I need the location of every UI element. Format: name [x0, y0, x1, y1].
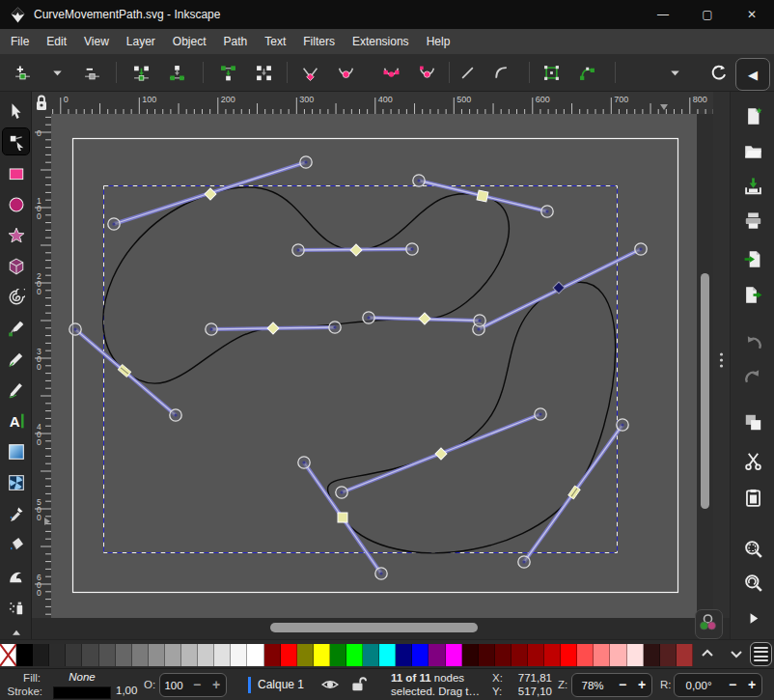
vertical-scrollbar-thumb[interactable]	[701, 273, 709, 509]
color-swatch[interactable]	[594, 644, 610, 666]
color-swatch[interactable]	[181, 644, 198, 666]
folder-open-button[interactable]	[742, 140, 763, 161]
handle-end[interactable]	[363, 312, 374, 323]
zoom-minus-button[interactable]: −	[613, 674, 632, 696]
handle-end[interactable]	[406, 243, 418, 255]
menu-edit[interactable]: Edit	[38, 29, 75, 54]
zoom-spinbox[interactable]: 78% − +	[571, 673, 652, 697]
node-insert-button[interactable]	[8, 58, 37, 87]
color-swatch[interactable]	[33, 644, 49, 666]
title-bar[interactable]: CurveMovementPath.svg - Inkscape —▢✕	[0, 0, 774, 29]
color-swatch[interactable]	[610, 644, 626, 666]
color-swatch[interactable]	[561, 644, 577, 666]
handle-end[interactable]	[300, 156, 312, 168]
handle-end[interactable]	[336, 487, 347, 498]
vertical-ruler[interactable]: 0100200300400500600	[32, 114, 51, 618]
tool-spiral[interactable]	[3, 284, 29, 310]
color-swatch[interactable]	[214, 644, 231, 666]
redo-button[interactable]	[742, 366, 763, 387]
menu-layer[interactable]: Layer	[118, 29, 164, 54]
insert-dropdown-button[interactable]	[42, 58, 71, 87]
handle-end[interactable]	[108, 218, 120, 230]
tool-text[interactable]: A	[3, 407, 29, 434]
palette-scroll-up-icon[interactable]	[700, 646, 715, 661]
color-swatch[interactable]	[644, 644, 660, 666]
document-new-button[interactable]	[742, 105, 763, 126]
color-swatch[interactable]	[479, 644, 495, 666]
tool-spray[interactable]	[3, 594, 29, 620]
nodes-join-button[interactable]	[126, 58, 155, 87]
menu-object[interactable]: Object	[164, 29, 215, 54]
handle-end[interactable]	[535, 408, 546, 420]
menu-view[interactable]: View	[75, 29, 118, 54]
close-button[interactable]: ✕	[730, 0, 774, 29]
opacity-spinbox[interactable]: 100 − +	[159, 673, 227, 697]
nodes-join-segment-button[interactable]	[162, 58, 191, 87]
save-button[interactable]	[742, 175, 763, 196]
color-swatch[interactable]	[677, 644, 693, 666]
handle-end[interactable]	[474, 315, 485, 326]
path-node[interactable]	[338, 513, 347, 522]
color-swatch[interactable]	[16, 644, 33, 666]
palette-menu-button[interactable]	[750, 642, 772, 666]
color-swatch[interactable]	[132, 644, 149, 666]
color-swatch[interactable]	[198, 644, 214, 666]
zoom-selection-button[interactable]	[742, 538, 763, 559]
tool-dropper[interactable]	[3, 500, 29, 526]
export-button[interactable]	[742, 284, 763, 305]
tool-star[interactable]	[3, 222, 29, 248]
color-swatch[interactable]	[495, 644, 511, 666]
palette-scroll-down-icon[interactable]	[729, 646, 744, 661]
nodes-break-button[interactable]	[213, 58, 242, 87]
color-swatch[interactable]	[330, 644, 346, 666]
object-to-path-button[interactable]	[537, 58, 566, 87]
color-swatch[interactable]	[165, 644, 181, 666]
tool-paint-bucket[interactable]	[3, 531, 29, 557]
toolbar-collapse-button[interactable]: ◀	[735, 58, 770, 91]
expand-button[interactable]	[742, 607, 763, 629]
segment-line-button[interactable]	[453, 58, 482, 87]
color-swatch[interactable]	[264, 644, 281, 666]
horizontal-ruler[interactable]: 0100200300400500600700800	[51, 92, 719, 114]
path-node[interactable]	[477, 190, 488, 202]
handle-end[interactable]	[206, 323, 217, 335]
color-swatch[interactable]	[149, 644, 165, 666]
canvas[interactable]	[51, 114, 697, 618]
layer-name[interactable]: Calque 1	[258, 678, 304, 691]
tool-ellipse[interactable]	[3, 191, 29, 217]
stroke-width-value[interactable]: 1,00	[116, 685, 137, 696]
color-swatch[interactable]	[49, 644, 66, 666]
opacity-minus-button[interactable]: −	[187, 674, 207, 696]
color-swatch[interactable]	[577, 644, 594, 666]
node-auto-button[interactable]	[412, 58, 441, 87]
menu-file[interactable]: File	[2, 29, 38, 54]
handle-end[interactable]	[69, 323, 81, 335]
color-swatch[interactable]	[66, 644, 82, 666]
horizontal-scrollbar[interactable]	[32, 618, 697, 639]
node-delete-button[interactable]	[77, 58, 106, 87]
menu-extensions[interactable]: Extensions	[344, 29, 418, 54]
snap-toolbar-handle-icon[interactable]	[713, 92, 730, 618]
tool-gradient[interactable]	[3, 438, 29, 464]
color-swatch[interactable]	[281, 644, 297, 666]
color-swatch[interactable]	[528, 644, 544, 666]
color-swatch[interactable]	[231, 644, 247, 666]
vertical-scrollbar[interactable]	[697, 114, 713, 618]
tool-pencil[interactable]	[3, 346, 29, 372]
color-swatch[interactable]	[660, 644, 677, 666]
menu-filters[interactable]: Filters	[294, 29, 344, 54]
tool-selector[interactable]	[3, 98, 29, 124]
color-swatch[interactable]	[462, 644, 479, 666]
x-dropdown-button[interactable]	[660, 58, 689, 87]
layer-lock-open-icon[interactable]	[349, 675, 367, 692]
stroke-to-path-button[interactable]	[572, 58, 601, 87]
zoom-plus-button[interactable]: +	[632, 674, 651, 696]
handle-end[interactable]	[518, 556, 530, 568]
handle-end[interactable]	[292, 244, 304, 256]
cut-button[interactable]	[742, 450, 763, 471]
node-symmetric-button[interactable]	[376, 58, 405, 87]
stroke-color-swatch[interactable]	[53, 686, 111, 699]
tool-rectangle[interactable]	[3, 160, 29, 186]
layer-visibility-eye-icon[interactable]	[321, 676, 339, 693]
color-swatch[interactable]	[363, 644, 379, 666]
